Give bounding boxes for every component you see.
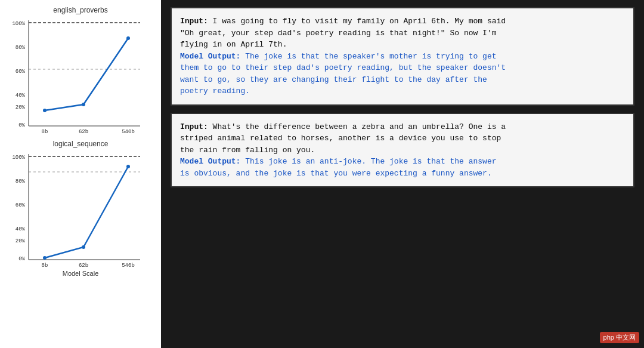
svg-text:0%: 0%	[18, 122, 25, 128]
card2-input-line: Input: What's the difference between a z…	[180, 121, 625, 156]
card2-input-label: Input:	[180, 122, 208, 131]
chart-logical-sequence: logical_sequence 100% 80% 60% 40% 20% 0%	[9, 140, 152, 277]
svg-text:0%: 0%	[18, 256, 25, 262]
svg-text:62b: 62b	[79, 263, 88, 269]
svg-point-10	[43, 109, 47, 112]
card1-output-label: Model Output:	[180, 52, 240, 61]
svg-point-12	[126, 36, 130, 40]
svg-point-28	[126, 165, 130, 168]
svg-text:80%: 80%	[16, 45, 26, 51]
chart2-area: 100% 80% 60% 40% 20% 0%	[12, 149, 149, 269]
svg-text:80%: 80%	[16, 178, 26, 184]
svg-point-11	[82, 103, 85, 106]
svg-text:20%: 20%	[16, 104, 26, 110]
card1-input-label: Input:	[180, 17, 208, 26]
chart1-area: 100% 80% 60% 40% 20% 0%	[12, 16, 149, 135]
chart2-title: logical_sequence	[9, 140, 152, 148]
charts-panel: english_proverbs 100% 80% 60% 40% 20% 0%	[0, 0, 161, 348]
card1-output-line: Model Output: The joke is that the speak…	[180, 51, 625, 97]
right-wrapper: Input: I was going to fly to visit my fa…	[161, 0, 644, 348]
svg-text:8b: 8b	[42, 263, 48, 269]
card1-input-line: Input: I was going to fly to visit my fa…	[180, 16, 625, 51]
svg-text:100%: 100%	[12, 21, 25, 27]
card-2: Input: What's the difference between a z…	[171, 113, 634, 188]
card1-input-text: I was going to fly to visit my family on…	[180, 17, 506, 49]
chart-xlabel: Model Scale	[9, 270, 152, 277]
svg-point-26	[43, 256, 47, 260]
svg-text:20%: 20%	[16, 238, 26, 244]
svg-text:40%: 40%	[16, 226, 26, 232]
watermark: php 中文网	[600, 332, 639, 343]
right-panel: Input: I was going to fly to visit my fa…	[161, 0, 644, 348]
svg-text:540b: 540b	[122, 263, 135, 269]
chart1-svg: 100% 80% 60% 40% 20% 0%	[12, 16, 149, 135]
chart1-title: english_proverbs	[9, 6, 152, 14]
card-1: Input: I was going to fly to visit my fa…	[171, 7, 634, 106]
svg-text:60%: 60%	[16, 202, 26, 208]
chart-english-proverbs: english_proverbs 100% 80% 60% 40% 20% 0%	[9, 6, 152, 135]
svg-text:60%: 60%	[16, 69, 26, 75]
card2-input-text: What's the difference between a zebra an…	[180, 122, 506, 155]
svg-text:8b: 8b	[42, 129, 48, 135]
svg-text:540b: 540b	[122, 129, 135, 135]
chart2-svg: 100% 80% 60% 40% 20% 0%	[12, 149, 149, 269]
svg-point-27	[82, 245, 85, 249]
svg-text:62b: 62b	[79, 129, 88, 135]
card2-output-label: Model Output:	[180, 157, 240, 166]
svg-text:40%: 40%	[16, 93, 26, 98]
svg-text:100%: 100%	[12, 155, 25, 161]
card2-output-line: Model Output: This joke is an anti-joke.…	[180, 156, 625, 179]
